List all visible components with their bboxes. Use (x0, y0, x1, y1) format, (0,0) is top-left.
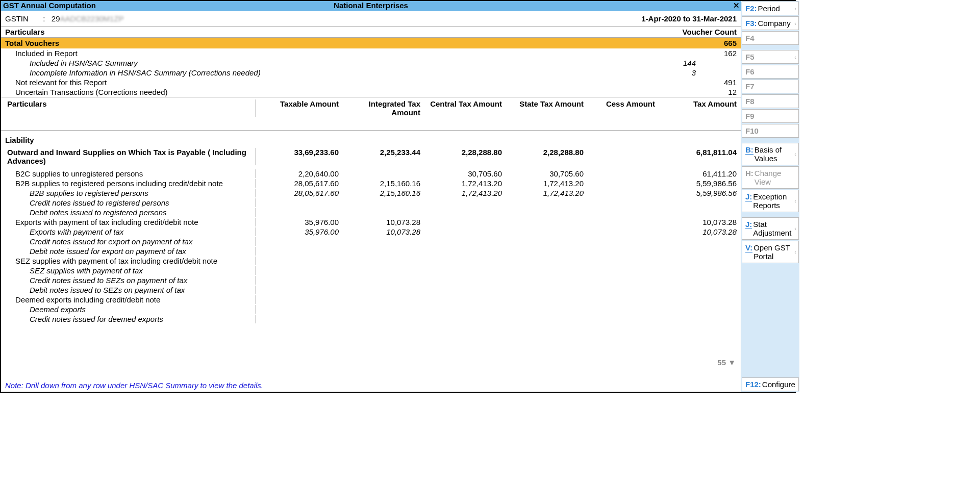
btn-open-gst-portal[interactable]: V:Open GST Portal‹ (742, 241, 799, 263)
voucher-row-label: Uncertain Transactions (Corrections need… (5, 88, 533, 96)
voucher-row-mid (533, 49, 696, 58)
table-row[interactable]: Deemed exports (1, 305, 741, 314)
voucher-row-count (696, 59, 737, 67)
row-cess (588, 315, 659, 323)
row-igst: 2,15,160.16 (343, 189, 424, 197)
row-taxable: 33,69,233.60 (255, 148, 343, 165)
row-label: Debit notes issued to SEZs on payment of… (5, 286, 255, 294)
table-row[interactable]: Exports with payment of tax including cr… (1, 217, 741, 227)
row-igst (343, 315, 424, 323)
col-total: Tax Amount (659, 99, 741, 117)
row-taxable (255, 276, 343, 285)
gstin-block: GSTIN : 29AADCB2230M1ZP (5, 14, 124, 23)
btn-exception-reports[interactable]: J:Exception Reports‹ (742, 190, 799, 212)
row-cess (588, 257, 659, 265)
row-label: Exports with payment of tax (5, 227, 255, 236)
row-taxable (255, 315, 343, 323)
row-cgst: 1,72,413.20 (424, 189, 506, 197)
col-taxable: Taxable Amount (255, 99, 343, 117)
table-row[interactable]: Debit notes issued to SEZs on payment of… (1, 285, 741, 295)
btn-f6: F6 (742, 65, 799, 79)
btn-f3-company[interactable]: F3:Company‹ (742, 16, 799, 30)
voucher-row-count: 12 (696, 88, 737, 96)
btn-f8: F8 (742, 94, 799, 108)
row-sgst (506, 257, 588, 265)
voucher-row[interactable]: Incomplete Information in HSN/SAC Summar… (1, 68, 741, 78)
btn-f7: F7 (742, 80, 799, 93)
row-total (659, 247, 741, 256)
gstin-sep: : (43, 14, 45, 23)
table-row[interactable]: B2B supplies to registered persons28,05,… (1, 188, 741, 198)
voucher-row-mid: 3 (533, 68, 696, 77)
voucher-row-count (696, 68, 737, 77)
table-row[interactable]: Debit note issued for export on payment … (1, 246, 741, 256)
row-label: Debit note issued for export on payment … (5, 247, 255, 256)
voucher-row[interactable]: Uncertain Transactions (Corrections need… (1, 87, 741, 97)
table-row[interactable]: B2B supplies to registered persons inclu… (1, 179, 741, 188)
btn-stat-adjustment[interactable]: J:Stat Adjustment‹ (742, 217, 799, 240)
btn-f5: F5‹ (742, 50, 799, 64)
table-row[interactable]: Credit notes issued for deemed exports (1, 314, 741, 324)
sidebar: F2:Period‹ F3:Company‹ F4 F5‹ F6 F7 F8 F… (741, 1, 799, 392)
row-total: 6,81,811.04 (659, 148, 741, 165)
table-row[interactable]: Debit notes issued to registered persons (1, 208, 741, 217)
voucher-row[interactable]: Included in Report162 (1, 48, 741, 58)
row-cgst (424, 305, 506, 314)
liability-table: Particulars Taxable Amount Integrated Ta… (1, 97, 741, 379)
row-cgst (424, 237, 506, 246)
table-row[interactable]: Credit notes issued for export on paymen… (1, 237, 741, 246)
row-taxable: 2,20,640.00 (255, 169, 343, 178)
row-cess (588, 266, 659, 275)
table-row[interactable]: Credit notes issued to SEZs on payment o… (1, 275, 741, 285)
row-label: Credit notes issued for export on paymen… (5, 237, 255, 246)
row-igst (343, 169, 424, 178)
voucher-row[interactable]: Not relevant for this Report491 (1, 78, 741, 87)
close-icon[interactable]: ✕ (733, 1, 740, 10)
row-sgst (506, 237, 588, 246)
row-total: 10,073.28 (659, 218, 741, 226)
row-igst (343, 198, 424, 207)
row-total (659, 315, 741, 323)
table-row[interactable]: Deemed exports including credit/debit no… (1, 295, 741, 305)
btn-f2-period[interactable]: F2:Period‹ (742, 2, 799, 15)
table-row[interactable]: SEZ supplies with payment of tax (1, 266, 741, 275)
row-label: Credit notes issued to registered person… (5, 198, 255, 207)
btn-f9: F9 (742, 109, 799, 123)
voucher-row[interactable]: Included in HSN/SAC Summary144 (1, 58, 741, 68)
table-row[interactable]: Outward and Inward Supplies on Which Tax… (1, 147, 741, 166)
table-row[interactable]: Exports with payment of tax35,976.0010,0… (1, 227, 741, 237)
row-cgst: 30,705.60 (424, 169, 506, 178)
table-row[interactable]: SEZ supplies with payment of tax includi… (1, 256, 741, 266)
row-taxable (255, 305, 343, 314)
row-igst (343, 295, 424, 304)
row-cess (588, 179, 659, 188)
row-sgst: 30,705.60 (506, 169, 588, 178)
scroll-indicator[interactable]: 55 ▼ (717, 358, 736, 367)
row-taxable (255, 247, 343, 256)
row-cgst: 2,28,288.80 (424, 148, 506, 165)
row-igst (343, 305, 424, 314)
row-cgst (424, 208, 506, 217)
row-taxable: 28,05,617.60 (255, 189, 343, 197)
row-taxable (255, 208, 343, 217)
col-cgst: Central Tax Amount (424, 99, 506, 117)
row-sgst (506, 198, 588, 207)
row-sgst (506, 295, 588, 304)
table-row[interactable]: Credit notes issued to registered person… (1, 198, 741, 208)
table-body: Liability Outward and Inward Supplies on… (1, 131, 741, 379)
row-taxable (255, 286, 343, 294)
row-taxable (255, 257, 343, 265)
total-vouchers-label: Total Vouchers (5, 39, 59, 47)
title-bar: GST Annual Computation National Enterpri… (1, 1, 741, 11)
voucher-row-label: Incomplete Information in HSN/SAC Summar… (5, 68, 533, 77)
row-sgst (506, 247, 588, 256)
total-vouchers-row[interactable]: Total Vouchers 665 (1, 38, 741, 48)
row-label: B2B supplies to registered persons inclu… (5, 179, 255, 188)
col-igst: Integrated Tax Amount (343, 99, 424, 117)
table-row[interactable]: B2C supplies to unregistered persons2,20… (1, 169, 741, 179)
btn-change-view: H:Change View (742, 166, 799, 189)
row-cess (588, 227, 659, 236)
btn-basis-of-values[interactable]: B:Basis of Values‹ (742, 143, 799, 165)
btn-f12-configure[interactable]: F12:Configure (742, 377, 799, 391)
btn-f10: F10 (742, 124, 799, 138)
